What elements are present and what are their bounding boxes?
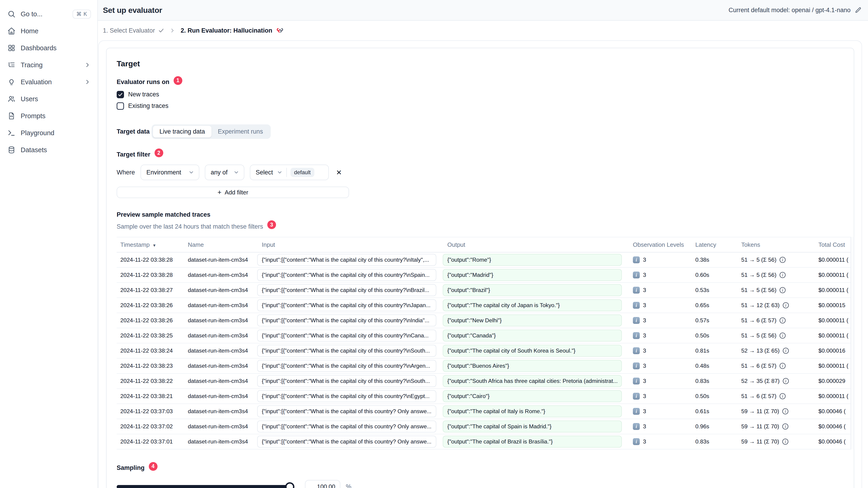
sidebar-item-tracing[interactable]: Tracing [7,57,91,73]
sort-desc-icon: ▼ [153,243,156,248]
cell-input[interactable]: {"input":[{"content":"What is the capita… [257,330,436,341]
filter-column-select[interactable]: Environment [141,165,199,180]
breadcrumb-step-1[interactable]: 1. Select Evaluator [103,27,164,34]
cell-input[interactable]: {"input":[{"content":"What is the capita… [257,315,436,326]
info-circle-icon: i [780,272,785,278]
remove-filter-button[interactable]: ✕ [334,168,344,177]
cell-name: dataset-run-item-cm3s4 [188,423,257,430]
target-data-label: Target data [117,128,150,135]
checkbox-existing-traces[interactable]: Existing traces [117,102,844,110]
col-header-output[interactable]: Output [443,241,628,248]
cell-output[interactable]: {"output":"The capital of Brazil is Bras… [443,436,622,448]
plus-icon: + [217,189,222,196]
sidebar-item-datasets[interactable]: Datasets [7,141,91,158]
cell-total-cost: $0.000016 [818,348,850,354]
goto-label: Go to... [21,10,42,18]
table-row[interactable]: 2024-11-22 03:38:21 dataset-run-item-cm3… [117,389,850,404]
sidebar-item-users[interactable]: Users [7,91,91,107]
table-row[interactable]: 2024-11-22 03:37:03 dataset-run-item-cm3… [117,404,850,419]
cell-output[interactable]: {"output":"Brazil"} [443,284,622,296]
sampling-section: Sampling4 % [117,463,844,488]
table-row[interactable]: 2024-11-22 03:38:26 dataset-run-item-cm3… [117,298,850,313]
cell-output[interactable]: {"output":"The capital of Spain is Madri… [443,421,622,432]
sidebar-item-prompts[interactable]: Prompts [7,107,91,124]
cell-observation-levels: 3 [643,423,646,430]
cell-latency: 0.83s [695,378,741,384]
col-header-input[interactable]: Input [257,241,443,248]
tab-live-tracing-data[interactable]: Live tracing data [153,126,211,137]
cell-input[interactable]: {"input":[{"content":"What is the capita… [257,299,436,311]
sidebar-item-dashboards[interactable]: Dashboards [7,39,91,57]
sidebar-item-evaluation[interactable]: Evaluation [7,73,91,91]
cell-latency: 0.38s [695,257,741,263]
table-row[interactable]: 2024-11-22 03:38:22 dataset-run-item-cm3… [117,374,850,389]
preview-subtitle: Sample over the last 24 hours that match… [117,223,263,230]
cell-total-cost: $0.000011 ( [818,317,850,324]
cell-input[interactable]: {"input":[{"content":"What is the capita… [257,405,436,417]
table-row[interactable]: 2024-11-22 03:38:27 dataset-run-item-cm3… [117,283,850,298]
cell-input[interactable]: {"input":[{"content":"What is the capita… [257,345,436,357]
cell-input[interactable]: {"input":[{"content":"What is the capita… [257,436,436,448]
cell-name: dataset-run-item-cm3s4 [188,393,257,399]
table-row[interactable]: 2024-11-22 03:38:28 dataset-run-item-cm3… [117,253,850,268]
cell-output[interactable]: {"output":"The capital city of South Kor… [443,345,622,357]
table-row[interactable]: 2024-11-22 03:38:25 dataset-run-item-cm3… [117,328,850,344]
cell-output[interactable]: {"output":"Rome"} [443,254,622,266]
evaluation-icon [7,78,16,86]
cell-input[interactable]: {"input":[{"content":"What is the capita… [257,269,436,281]
col-header-total-cost[interactable]: Total Cost [818,241,850,248]
sidebar-item-home[interactable]: Home [7,23,91,39]
filter-value-select[interactable]: Select default [250,165,329,180]
sampling-slider[interactable] [117,485,290,488]
sidebar-item-playground[interactable]: Playground [7,124,91,141]
cell-input[interactable]: {"input":[{"content":"What is the capita… [257,390,436,402]
filter-operator-select[interactable]: any of [205,165,244,180]
cell-output[interactable]: {"output":"South Africa has three capita… [443,375,622,387]
table-vertical-scrollbar[interactable] [850,237,854,449]
goto-search-button[interactable]: Go to... ⌘ K [7,5,91,23]
cell-input[interactable]: {"input":[{"content":"What is the capita… [257,421,436,432]
cell-input[interactable]: {"input":[{"content":"What is the capita… [257,254,436,266]
col-header-observation-levels[interactable]: Observation Levels [628,241,695,248]
page-panel: Target Evaluator runs on1 New traces Exi… [98,40,862,488]
cell-output[interactable]: {"output":"The capital city of Japan is … [443,299,622,311]
cell-input[interactable]: {"input":[{"content":"What is the capita… [257,375,436,387]
cell-input[interactable]: {"input":[{"content":"What is the capita… [257,360,436,372]
col-header-timestamp[interactable]: Timestamp▼ [117,241,188,248]
cell-observation-levels: 3 [643,348,646,354]
col-header-name[interactable]: Name [188,241,257,248]
cell-observation-levels: 3 [643,378,646,384]
cell-output[interactable]: {"output":"Madrid"} [443,269,622,281]
table-row[interactable]: 2024-11-22 03:38:24 dataset-run-item-cm3… [117,344,850,359]
table-row[interactable]: 2024-11-22 03:38:23 dataset-run-item-cm3… [117,359,850,374]
sampling-percent-input[interactable] [305,480,340,488]
info-emoji-icon: i [633,438,640,445]
percent-sign: % [346,483,351,488]
datasets-icon [7,146,16,154]
edit-model-pencil-icon[interactable] [855,7,862,13]
cell-input[interactable]: {"input":[{"content":"What is the capita… [257,284,436,296]
cell-output[interactable]: {"output":"Cairo"} [443,390,622,402]
cell-name: dataset-run-item-cm3s4 [188,378,257,384]
sidebar: Go to... ⌘ K Home Dashboards Tracing Eva… [0,0,98,488]
cell-output[interactable]: {"output":"The capital of Italy is Rome.… [443,405,622,417]
col-header-latency[interactable]: Latency [695,241,741,248]
slider-thumb[interactable] [285,482,294,488]
cell-output[interactable]: {"output":"Buenos Aires"} [443,360,622,372]
table-row[interactable]: 2024-11-22 03:37:02 dataset-run-item-cm3… [117,419,850,434]
tab-experiment-runs[interactable]: Experiment runs [212,126,270,137]
chevron-down-icon [233,169,239,175]
add-filter-button[interactable]: + Add filter [117,187,349,198]
divider [286,168,287,177]
table-row[interactable]: 2024-11-22 03:38:26 dataset-run-item-cm3… [117,313,850,328]
cell-timestamp: 2024-11-22 03:38:24 [117,348,188,354]
cell-tokens: 51 → 6 (Σ 57) [741,317,776,324]
table-row[interactable]: 2024-11-22 03:37:01 dataset-run-item-cm3… [117,434,850,449]
cell-tokens: 52 → 13 (Σ 65) [741,348,780,354]
col-header-tokens[interactable]: Tokens [741,241,818,248]
cell-output[interactable]: {"output":"New Delhi"} [443,315,622,326]
table-row[interactable]: 2024-11-22 03:38:28 dataset-run-item-cm3… [117,268,850,283]
cell-timestamp: 2024-11-22 03:37:01 [117,438,188,445]
cell-output[interactable]: {"output":"Canada"} [443,330,622,341]
checkbox-new-traces[interactable]: New traces [117,91,844,98]
